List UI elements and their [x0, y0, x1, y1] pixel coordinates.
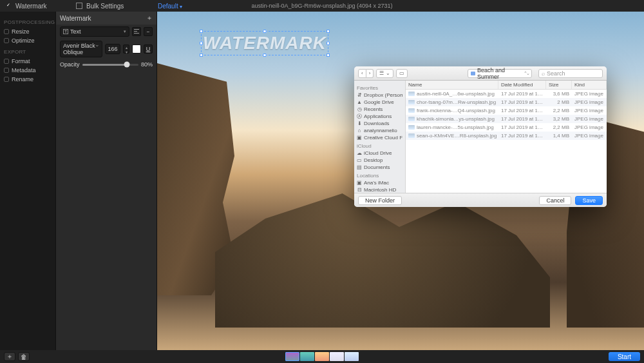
- panel-header: Watermark ＋: [56, 12, 156, 25]
- resize-handle[interactable]: [327, 54, 330, 57]
- sidebar-item-optimize[interactable]: Optimize: [4, 36, 52, 45]
- svg-rect-1: [134, 31, 137, 32]
- file-row[interactable]: lauren-mancke-…5s-unsplash.jpg17 Jul 201…: [406, 123, 607, 132]
- font-size-stepper[interactable]: ▴▾: [123, 44, 129, 54]
- nav-forward-button[interactable]: ›: [366, 69, 374, 78]
- resize-handle[interactable]: [327, 42, 330, 45]
- settings-panel: Watermark ＋ T Text − Avenir Black Obliqu…: [55, 12, 157, 350]
- watermark-type-select[interactable]: T Text: [60, 26, 129, 37]
- file-row[interactable]: frank-mckenna-…Q4-unsplash.jpg17 Jul 201…: [406, 106, 607, 115]
- start-button[interactable]: Start: [609, 352, 640, 361]
- file-row[interactable]: khachik-simonia…ys-unsplash.jpg17 Jul 20…: [406, 115, 607, 123]
- file-thumb-icon: [408, 125, 415, 130]
- dialog-sidebar: Favorites ⇵Dropbox (Personal) ▲Google Dr…: [354, 81, 406, 193]
- add-button[interactable]: ＋: [4, 352, 15, 361]
- sidebar-item[interactable]: ▤Documents: [357, 164, 402, 171]
- resize-handle[interactable]: [327, 30, 330, 33]
- file-list: Name Date Modified Size Kind austin-neil…: [406, 81, 607, 193]
- text-type-icon: T: [63, 29, 68, 34]
- nav-back-button[interactable]: ‹: [358, 69, 366, 78]
- search-icon: ⌕: [542, 70, 545, 77]
- col-kind[interactable]: Kind: [572, 81, 607, 89]
- save-dialog: ‹ › ☰ ⌄ ▭ Beach and Summer ⌕ Search Favo…: [354, 66, 607, 207]
- col-name[interactable]: Name: [406, 81, 498, 89]
- sidebar-item-resize[interactable]: Resize: [4, 27, 52, 36]
- sidebar-item[interactable]: ⇵Dropbox (Personal): [357, 92, 402, 99]
- save-button[interactable]: Save: [575, 196, 603, 205]
- top-bar: Watermark Bulk Settings Default austin-n…: [0, 0, 644, 12]
- search-input[interactable]: ⌕ Search: [538, 69, 603, 78]
- left-sidebar: Postprocessing Resize Optimize Export Fo…: [0, 12, 55, 350]
- resize-handle[interactable]: [200, 42, 203, 45]
- app-label: Watermark: [15, 3, 47, 10]
- file-row[interactable]: chor-tsang-07m…Rw-unsplash.jpg17 Jul 201…: [406, 98, 607, 106]
- alignment-button[interactable]: [132, 27, 141, 36]
- file-thumb-icon: [408, 108, 415, 113]
- underline-button[interactable]: U: [144, 44, 153, 54]
- group-button[interactable]: ▭: [396, 69, 408, 78]
- sidebar-section-icloud: iCloud: [357, 143, 402, 149]
- svg-rect-2: [134, 33, 139, 34]
- thumbnail[interactable]: [330, 352, 344, 361]
- file-thumb-icon: [408, 133, 415, 138]
- sidebar-item[interactable]: ☁iCloud Drive: [357, 150, 402, 157]
- sidebar-item[interactable]: ⒶApplications: [357, 113, 402, 120]
- file-row[interactable]: austin-neill-0A_…6w-unsplash.jpg17 Jul 2…: [406, 90, 607, 98]
- canvas-area: WATERMARK ‹ › ☰ ⌄ ▭ Beach and Summer ⌕ S…: [157, 12, 644, 350]
- file-row[interactable]: sean-o-KMn4VE…R8-unsplash.jpg17 Jul 2019…: [406, 132, 607, 140]
- dialog-toolbar: ‹ › ☰ ⌄ ▭ Beach and Summer ⌕ Search: [354, 66, 607, 81]
- watermark-checkbox[interactable]: [5, 3, 12, 9]
- resize-handle[interactable]: [200, 30, 203, 33]
- resize-handle[interactable]: [263, 54, 267, 57]
- dialog-footer: New Folder Cancel Save: [354, 193, 607, 207]
- sidebar-item[interactable]: ▭Desktop: [357, 157, 402, 164]
- folder-dropdown[interactable]: Beach and Summer: [468, 69, 532, 78]
- thumbnail[interactable]: [300, 352, 314, 361]
- bottom-bar: ＋ 🗑 Start: [0, 350, 644, 363]
- sidebar-item-format[interactable]: Format: [4, 57, 52, 66]
- thumbnail[interactable]: [345, 352, 359, 361]
- folder-icon: [471, 72, 475, 75]
- sidebar-section-favorites: Favorites: [357, 85, 402, 91]
- svg-rect-0: [134, 29, 139, 30]
- font-select[interactable]: Avenir Black Oblique: [60, 41, 102, 57]
- cancel-button[interactable]: Cancel: [539, 196, 571, 205]
- sidebar-item-rename[interactable]: Rename: [4, 75, 52, 84]
- file-thumb-icon: [408, 92, 415, 96]
- section-postprocessing: Postprocessing: [4, 19, 52, 25]
- color-swatch[interactable]: [132, 44, 141, 54]
- resize-handle[interactable]: [263, 30, 267, 33]
- watermark-text: WATERMARK: [203, 33, 327, 54]
- delete-button[interactable]: 🗑: [18, 352, 30, 361]
- opacity-value: 80%: [141, 61, 153, 68]
- thumbnail[interactable]: [315, 352, 329, 361]
- file-list-header[interactable]: Name Date Modified Size Kind: [406, 81, 607, 90]
- sidebar-item[interactable]: ▣Creative Cloud Files: [357, 134, 402, 141]
- sidebar-item[interactable]: ▲Google Drive: [357, 99, 402, 106]
- opacity-label: Opacity: [60, 61, 80, 68]
- sidebar-item[interactable]: ▣Ana's iMac: [357, 179, 402, 186]
- font-size-input[interactable]: 166: [105, 44, 120, 54]
- thumbnail[interactable]: [285, 352, 299, 361]
- opacity-slider[interactable]: [82, 64, 138, 66]
- section-export: Export: [4, 49, 52, 55]
- col-size[interactable]: Size: [546, 81, 572, 89]
- remove-watermark-button[interactable]: −: [144, 27, 153, 36]
- sidebar-item[interactable]: ⌂analynnamelio: [357, 127, 402, 134]
- filename-label: austin-neill-0A_b9G-Rm6w-unsplash.jpg (4…: [251, 3, 392, 9]
- resize-handle[interactable]: [200, 54, 203, 57]
- sidebar-item[interactable]: ⬇Downloads: [357, 120, 402, 127]
- sidebar-section-locations: Locations: [357, 173, 402, 179]
- watermark-box[interactable]: WATERMARK: [201, 31, 328, 55]
- sidebar-item-metadata[interactable]: Metadata: [4, 66, 52, 75]
- preset-default-dropdown[interactable]: Default: [158, 3, 182, 10]
- sidebar-item[interactable]: ⊟Macintosh HD: [357, 186, 402, 193]
- add-watermark-button[interactable]: ＋: [146, 14, 153, 23]
- thumbnail-strip: [285, 352, 359, 361]
- new-folder-button[interactable]: New Folder: [358, 196, 402, 205]
- view-mode-button[interactable]: ☰ ⌄: [376, 69, 393, 78]
- col-date[interactable]: Date Modified: [498, 81, 546, 89]
- file-thumb-icon: [408, 117, 415, 121]
- sidebar-item[interactable]: ◷Recents: [357, 106, 402, 113]
- bulk-settings-label: Bulk Settings: [86, 3, 124, 10]
